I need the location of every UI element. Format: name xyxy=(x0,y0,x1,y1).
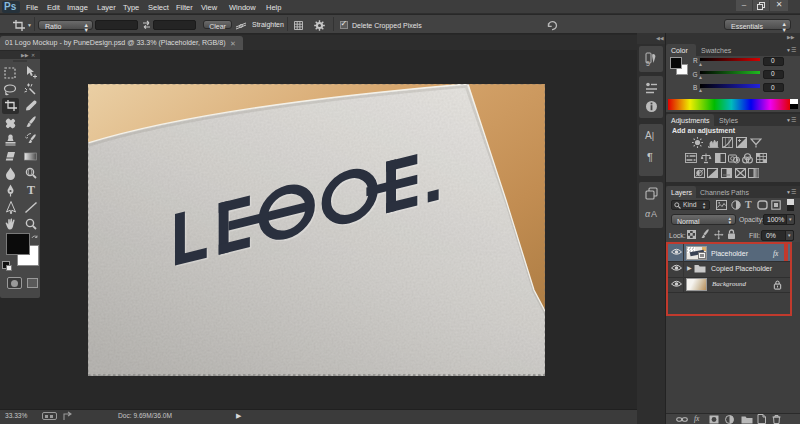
svg-text:5: 5 xyxy=(646,60,650,67)
svg-text:A: A xyxy=(651,209,657,219)
